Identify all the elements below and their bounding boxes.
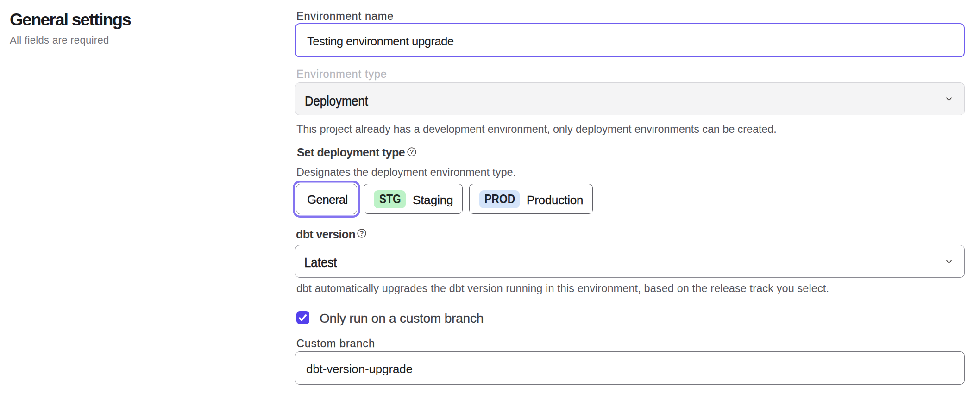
svg-text:?: ? <box>410 148 414 155</box>
svg-text:?: ? <box>359 229 364 237</box>
